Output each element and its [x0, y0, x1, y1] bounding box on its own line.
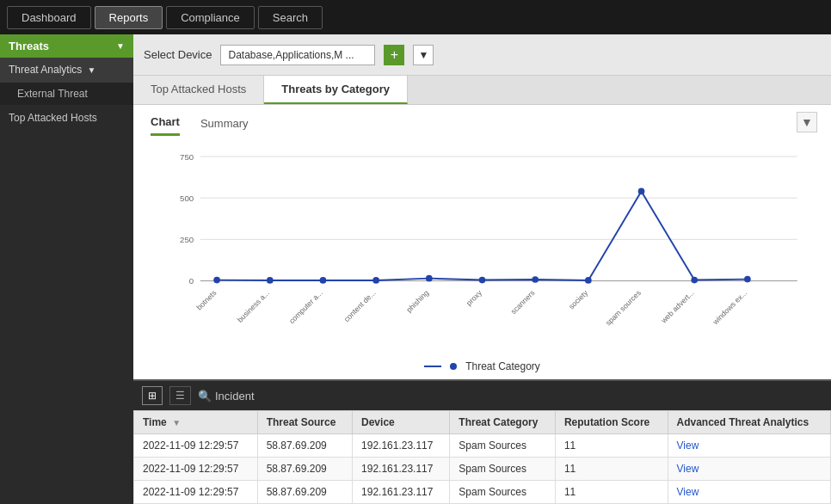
threats-dropdown-label: Threats — [9, 40, 49, 52]
view-link[interactable]: View — [677, 486, 699, 498]
cell-device: 192.161.23.117 — [353, 481, 450, 504]
device-label: Select Device — [144, 48, 212, 61]
threats-dropdown[interactable]: Threats ▼ — [0, 34, 133, 58]
data-table: Time ▼ Threat Source Device Threat Categ… — [133, 410, 831, 504]
main-panel: Select Device Database,Applications,M ..… — [133, 34, 831, 504]
chart-tab-chart[interactable]: Chart — [151, 115, 180, 136]
chart-tab-summary[interactable]: Summary — [200, 117, 249, 135]
data-point-8 — [638, 188, 645, 195]
incident-label: Incident — [215, 390, 255, 403]
col-device: Device — [353, 411, 450, 434]
device-add-button[interactable]: + — [384, 45, 404, 65]
sort-icon: ▼ — [172, 418, 181, 427]
svg-text:windows ex...: windows ex... — [711, 288, 749, 327]
col-threat-source: Threat Source — [257, 411, 352, 434]
cell-device: 192.161.23.117 — [353, 434, 450, 458]
data-point-0 — [213, 277, 220, 284]
nav-search[interactable]: Search — [258, 6, 323, 29]
table-section: ⊞ ☰ 🔍 Incident Time ▼ Threat Source Devi… — [133, 379, 831, 504]
svg-text:web advert...: web advert... — [659, 288, 696, 325]
data-point-7 — [585, 277, 592, 284]
svg-text:spam sources: spam sources — [604, 288, 643, 328]
cell-time: 2022-11-09 12:29:57 — [134, 434, 258, 458]
expand-button[interactable]: ▼ — [797, 112, 817, 132]
tab-top-attacked[interactable]: Top Attacked Hosts — [133, 76, 264, 104]
svg-text:phishing: phishing — [404, 288, 430, 314]
chevron-down-icon: ▼ — [801, 115, 813, 129]
table-row: 2022-11-09 12:29:57 58.87.69.209 192.161… — [134, 481, 831, 504]
data-point-4 — [426, 275, 433, 282]
sidebar-item-threat-analytics[interactable]: Threat Analytics ▼ — [0, 58, 133, 82]
data-point-3 — [372, 277, 379, 284]
table-header-row: Time ▼ Threat Source Device Threat Categ… — [134, 411, 831, 434]
sidebar-tab-top-attacked[interactable]: Top Attacked Hosts — [0, 105, 133, 131]
svg-text:500: 500 — [180, 194, 194, 203]
cell-threat-source: 58.87.69.209 — [257, 458, 352, 481]
chart-line — [217, 191, 748, 280]
line-chart: Count 750 500 250 0 — [151, 144, 814, 351]
col-threat-category: Threat Category — [450, 411, 556, 434]
svg-text:scanners: scanners — [509, 288, 537, 316]
data-point-1 — [267, 277, 274, 284]
svg-text:750: 750 — [180, 152, 194, 162]
table-row: 2022-11-09 12:29:57 58.87.69.209 192.161… — [134, 434, 831, 458]
cell-reputation-score: 11 — [555, 481, 668, 504]
table-row: 2022-11-09 12:29:57 58.87.69.209 192.161… — [134, 458, 831, 481]
svg-text:250: 250 — [180, 235, 194, 244]
tab-threats-by-category[interactable]: Threats by Category — [264, 76, 408, 104]
cell-threat-category: Spam Sources — [450, 434, 556, 458]
cell-threat-source: 58.87.69.209 — [257, 481, 352, 504]
svg-text:botnets: botnets — [194, 288, 219, 312]
cell-reputation-score: 11 — [555, 458, 668, 481]
view-link[interactable]: View — [677, 463, 699, 475]
incident-button[interactable]: 🔍 Incident — [198, 390, 255, 403]
device-bar: Select Device Database,Applications,M ..… — [133, 34, 831, 76]
sidebar: Threats ▼ Threat Analytics ▼ External Th… — [0, 34, 133, 504]
nav-reports[interactable]: Reports — [95, 6, 163, 29]
list-view-button[interactable]: ☰ — [169, 386, 191, 405]
cell-time: 2022-11-09 12:29:57 — [134, 481, 258, 504]
sidebar-tab-label-1: Top Attacked Hosts — [9, 112, 97, 124]
chart-container: Chart Summary ▼ Count 750 500 250 — [133, 105, 831, 379]
nav-dashboard[interactable]: Dashboard — [7, 6, 91, 29]
nav-compliance[interactable]: Compliance — [166, 6, 255, 29]
svg-text:0: 0 — [189, 276, 194, 286]
cell-threat-source: 58.87.69.209 — [257, 434, 352, 458]
svg-text:proxy: proxy — [465, 288, 484, 308]
data-point-6 — [532, 276, 539, 283]
view-link[interactable]: View — [677, 439, 699, 452]
svg-text:society: society — [567, 288, 590, 311]
col-advanced-threat: Advanced Threat Analytics — [668, 411, 830, 434]
incident-search-icon: 🔍 — [198, 390, 212, 403]
sidebar-item-external-threat[interactable]: External Threat — [0, 82, 133, 105]
data-point-9 — [691, 277, 698, 284]
grid-view-button[interactable]: ⊞ — [142, 386, 163, 405]
cell-advanced: View — [668, 481, 830, 504]
chart-legend: Threat Category — [133, 357, 831, 379]
legend-label: Threat Category — [465, 360, 540, 372]
content-area: Threats ▼ Threat Analytics ▼ External Th… — [0, 34, 831, 504]
tabs-bar: Top Attacked Hosts Threats by Category — [133, 76, 831, 105]
svg-text:content de...: content de... — [342, 288, 378, 323]
legend-dot-icon — [450, 363, 457, 370]
sidebar-sub-label: External Threat — [17, 88, 88, 100]
svg-text:business a...: business a... — [236, 288, 271, 323]
cell-threat-category: Spam Sources — [450, 458, 556, 481]
cell-time: 2022-11-09 12:29:57 — [134, 458, 258, 481]
sidebar-item-label: Threat Analytics — [9, 64, 82, 76]
svg-text:computer a...: computer a... — [287, 288, 324, 325]
cell-advanced: View — [668, 434, 830, 458]
chart-area: Count 750 500 250 0 — [133, 136, 831, 357]
cell-device: 192.161.23.117 — [353, 458, 450, 481]
cell-threat-category: Spam Sources — [450, 481, 556, 504]
caret-icon: ▼ — [87, 65, 95, 75]
legend-line-icon — [424, 366, 441, 367]
col-reputation-score: Reputation Score — [555, 411, 668, 434]
cell-reputation-score: 11 — [555, 434, 668, 458]
top-nav: Dashboard Reports Compliance Search — [0, 0, 831, 34]
cell-advanced: View — [668, 458, 830, 481]
data-point-10 — [744, 276, 751, 283]
device-filter-button[interactable]: ▼ — [413, 45, 434, 65]
device-select[interactable]: Database,Applications,M ... — [220, 45, 375, 65]
table-toolbar: ⊞ ☰ 🔍 Incident — [133, 381, 831, 410]
